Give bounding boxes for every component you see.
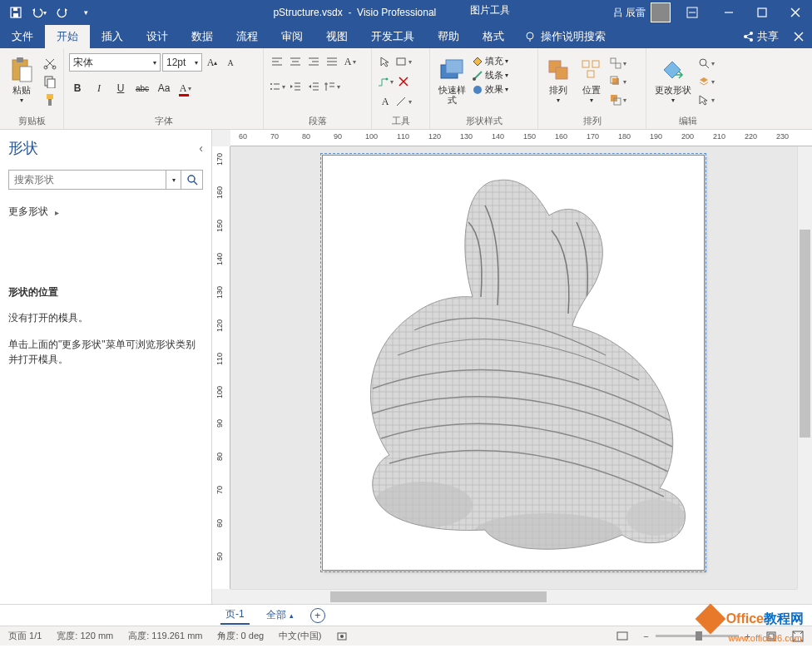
share-button[interactable]: 共享 <box>742 29 779 44</box>
shapes-search-input[interactable] <box>8 170 166 190</box>
tab-review[interactable]: 审阅 <box>270 25 314 48</box>
group-button[interactable] <box>610 55 626 72</box>
text-button[interactable]: A <box>377 93 394 110</box>
qat-customize-button[interactable]: ▾ <box>75 2 97 23</box>
page-tab-1[interactable]: 页-1 <box>220 606 250 625</box>
status-page[interactable]: 页面 1/1 <box>8 630 42 642</box>
close-button[interactable] <box>779 0 812 25</box>
svg-rect-68 <box>611 58 616 63</box>
minimize-button[interactable] <box>712 0 745 25</box>
collapse-ribbon-icon[interactable] <box>794 32 804 42</box>
effects-button[interactable]: 效果▾ <box>472 83 518 96</box>
find-button[interactable] <box>698 55 715 72</box>
layers-button[interactable] <box>698 73 715 90</box>
change-shape-button[interactable]: 更改形状▾ <box>651 52 695 104</box>
zoom-slider[interactable] <box>656 635 739 637</box>
canvas-area: 6070809010011012013014015016017018019020… <box>212 130 812 604</box>
add-page-button[interactable]: + <box>310 608 325 623</box>
ribbon-display-icon[interactable] <box>676 0 709 25</box>
drawing-surface[interactable] <box>230 146 797 589</box>
svg-rect-18 <box>17 57 23 62</box>
strikethrough-button[interactable]: abc <box>134 80 151 96</box>
macro-recorder-icon[interactable] <box>336 631 348 642</box>
scrollbar-horizontal[interactable] <box>230 589 797 604</box>
tab-insert[interactable]: 插入 <box>90 25 135 48</box>
connect-button[interactable] <box>395 93 412 110</box>
position-button[interactable]: 位置▾ <box>577 52 607 104</box>
font-color-button[interactable]: A <box>177 80 194 96</box>
decrease-indent-button[interactable] <box>287 78 304 95</box>
brush-icon <box>43 93 57 106</box>
cut-button[interactable] <box>42 55 58 72</box>
shapes-search-row: ▾ <box>8 170 203 190</box>
group-shape-styles: 快速样式 填充▾ 线条▾ 效果▾ 形状样式 <box>430 48 538 129</box>
decrease-font-button[interactable]: A <box>222 54 239 71</box>
shapes-search-button[interactable] <box>181 170 203 190</box>
contextual-tab-title: 图片工具 <box>470 3 510 17</box>
bold-button[interactable]: B <box>69 80 86 96</box>
tab-home[interactable]: 开始 <box>45 25 90 48</box>
tab-file[interactable]: 文件 <box>0 25 45 48</box>
font-name-select[interactable]: 宋体▾ <box>69 53 161 72</box>
voxel-bunny-image[interactable] <box>339 172 689 555</box>
justify-button[interactable] <box>324 53 340 70</box>
redo-button[interactable] <box>52 2 73 23</box>
paste-button[interactable]: 粘贴 ▾ <box>5 52 38 104</box>
maximize-button[interactable] <box>745 0 779 25</box>
underline-button[interactable]: U <box>112 80 129 96</box>
avatar[interactable] <box>651 2 671 22</box>
scroll-thumb-v[interactable] <box>800 230 810 438</box>
more-shapes-menu[interactable]: 更多形状 <box>8 205 203 219</box>
collapse-shapes-icon[interactable]: ‹ <box>199 141 203 155</box>
presentation-mode-icon[interactable] <box>616 631 628 642</box>
text-tool-button[interactable] <box>395 73 412 90</box>
change-case-button[interactable]: Aa <box>156 80 172 96</box>
tab-view[interactable]: 视图 <box>314 25 359 48</box>
tell-me-search[interactable]: 操作说明搜索 <box>516 29 614 44</box>
increase-font-button[interactable]: A▴ <box>204 54 220 71</box>
save-button[interactable] <box>5 2 27 23</box>
shapes-search-dropdown[interactable]: ▾ <box>166 170 181 190</box>
tab-format[interactable]: 格式 <box>471 25 516 48</box>
scrollbar-vertical[interactable] <box>797 146 812 589</box>
line-button[interactable]: 线条▾ <box>472 69 518 82</box>
line-spacing-button[interactable] <box>324 78 340 95</box>
svg-point-85 <box>340 635 344 638</box>
bring-front-button[interactable] <box>610 73 626 90</box>
send-back-button[interactable] <box>610 92 626 108</box>
align-right-button[interactable] <box>305 53 322 70</box>
font-size-select[interactable]: 12pt▾ <box>162 53 202 72</box>
arrange-button[interactable]: 排列▾ <box>543 52 573 104</box>
tab-devtools[interactable]: 开发工具 <box>359 25 426 48</box>
tab-help[interactable]: 帮助 <box>426 25 471 48</box>
select-button[interactable] <box>698 92 715 108</box>
rectangle-tool-button[interactable] <box>395 53 412 70</box>
tab-design[interactable]: 设计 <box>135 25 180 48</box>
copy-button[interactable] <box>42 73 58 90</box>
watermark-text1: Office <box>726 611 764 626</box>
format-painter-button[interactable] <box>42 92 58 108</box>
increase-indent-button[interactable] <box>305 78 322 95</box>
zoom-handle[interactable] <box>696 631 702 641</box>
tab-process[interactable]: 流程 <box>225 25 270 48</box>
pointer-tool-button[interactable] <box>377 53 394 70</box>
quick-styles-button[interactable]: 快速样式 <box>435 52 468 105</box>
bullets-button[interactable] <box>269 78 285 95</box>
text-direction-button[interactable]: A <box>342 53 359 70</box>
align-center-button[interactable] <box>287 53 304 70</box>
group-arrange: 排列▾ 位置▾ 排列 <box>538 48 646 129</box>
all-pages-button[interactable]: 全部 ▴ <box>266 608 294 622</box>
zoom-out-button[interactable]: − <box>643 631 648 641</box>
workspace: 形状 ‹ ▾ 更多形状 形状的位置 没有打开的模具。 单击上面的"更多形状"菜单… <box>0 130 812 604</box>
scroll-thumb-h[interactable] <box>330 591 547 602</box>
lightbulb-icon <box>524 31 536 42</box>
stencil-help-text: 单击上面的"更多形状"菜单可浏览形状类别并打开模具。 <box>8 337 203 367</box>
user-name: 吕 辰雷 <box>613 6 646 20</box>
connector-tool-button[interactable] <box>377 73 394 90</box>
tab-data[interactable]: 数据 <box>180 25 225 48</box>
fill-button[interactable]: 填充▾ <box>472 55 518 67</box>
align-left-button[interactable] <box>269 53 285 70</box>
status-language[interactable]: 中文(中国) <box>279 630 321 642</box>
undo-button[interactable]: ▾ <box>28 2 50 23</box>
italic-button[interactable]: I <box>91 80 107 96</box>
